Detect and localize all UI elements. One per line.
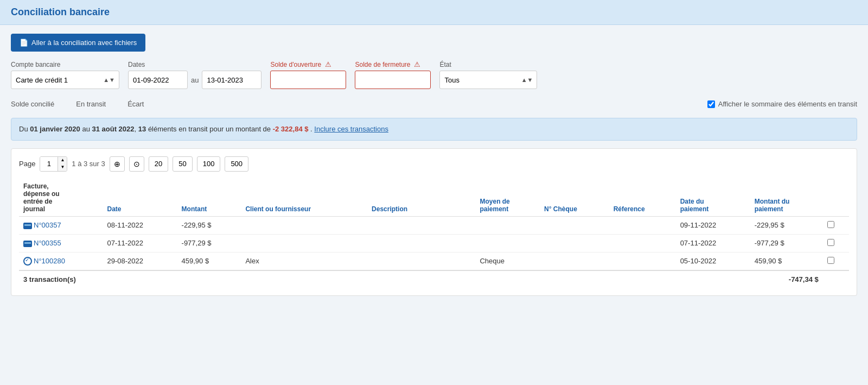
compte-select[interactable]: Carte de crédit 1 xyxy=(11,71,119,89)
next-page-button[interactable]: ⊙ xyxy=(129,156,144,172)
cell-client-0 xyxy=(241,216,367,234)
page-count: 1 à 3 sur 3 xyxy=(72,160,105,168)
total-amount: -747,34 $ xyxy=(750,270,823,288)
cell-client-1 xyxy=(241,234,367,252)
cell-reference-0 xyxy=(609,216,676,234)
cell-facture-0: N°00357 xyxy=(19,216,103,234)
cell-montant-1: -977,29 $ xyxy=(177,234,241,252)
date-to-input[interactable]: 13-01-2023 xyxy=(202,71,261,89)
page-number-input[interactable] xyxy=(40,157,58,171)
cell-checkbox-1[interactable] xyxy=(823,234,849,252)
cell-checkbox-0[interactable] xyxy=(823,216,849,234)
footer-checkbox-col xyxy=(823,270,849,288)
compte-select-wrapper: Carte de crédit 1 ▲▼ xyxy=(11,71,119,89)
cell-montant-paiement-0: -229,95 $ xyxy=(750,216,823,234)
cell-montant-0: -229,95 $ xyxy=(177,216,241,234)
cell-checkbox-2[interactable] xyxy=(823,252,849,270)
banner-count: 13 xyxy=(138,125,146,133)
solde-fermeture-group: Solde de fermeture ⚠ xyxy=(355,60,431,89)
file-icon: 📄 xyxy=(20,39,28,47)
date-from-input[interactable]: 01-09-2022 xyxy=(128,71,188,89)
cell-montant-paiement-1: -977,29 $ xyxy=(750,234,823,252)
table-row: N°0035507-11-2022-977,29 $07-11-2022-977… xyxy=(19,234,849,252)
cell-cheque-0 xyxy=(540,216,609,234)
etat-label: État xyxy=(439,61,537,68)
page-size-100[interactable]: 100 xyxy=(197,156,221,172)
transit-banner: Du 01 janvier 2020 au 31 août 2022, 13 é… xyxy=(11,118,857,141)
page-size-500[interactable]: 500 xyxy=(225,156,248,172)
etat-group: État Tous ▲▼ xyxy=(439,61,537,89)
cell-reference-2 xyxy=(609,252,676,270)
check-circle-icon xyxy=(23,257,32,266)
content-area: 📄 Aller à la conciliation avec fichiers … xyxy=(0,25,868,305)
compte-group: Compte bancaire Carte de crédit 1 ▲▼ xyxy=(11,61,119,89)
solde-fermeture-label: Solde de fermeture ⚠ xyxy=(355,60,431,68)
col-check xyxy=(823,179,849,217)
solde-ouverture-input[interactable] xyxy=(270,71,346,89)
cell-date-paiement-1: 07-11-2022 xyxy=(676,234,750,252)
cell-montant-paiement-2: 459,90 $ xyxy=(750,252,823,270)
en-transit-summary: En transit xyxy=(76,100,106,108)
banner-date-to: 31 août 2022 xyxy=(92,125,135,133)
inclure-transactions-link[interactable]: Inclure ces transactions xyxy=(314,125,388,133)
transactions-table: Facture, dépense ou entrée de journal Da… xyxy=(19,179,849,288)
cell-facture-1: N°00355 xyxy=(19,234,103,252)
cell-date-paiement-2: 05-10-2022 xyxy=(676,252,750,270)
facture-link-1[interactable]: N°00355 xyxy=(34,239,61,247)
col-date-paiement: Date du paiement xyxy=(676,179,750,217)
solde-ouverture-warning-icon: ⚠ xyxy=(325,60,331,68)
banner-text-au: au xyxy=(82,125,90,133)
facture-link-2[interactable]: N°100280 xyxy=(34,257,65,265)
solde-ouverture-label: Solde d'ouverture ⚠ xyxy=(270,60,346,68)
goto-conciliation-button[interactable]: 📄 Aller à la conciliation avec fichiers xyxy=(11,34,145,52)
cell-client-2: Alex xyxy=(241,252,367,270)
pagination-row: Page ▲ ▼ 1 à 3 sur 3 ⊕ ⊙ 20 50 100 500 xyxy=(19,156,849,172)
row-checkbox-0[interactable] xyxy=(827,221,834,228)
facture-link-0[interactable]: N°00357 xyxy=(34,221,61,229)
credit-card-icon xyxy=(23,223,32,229)
cell-montant-2: 459,90 $ xyxy=(177,252,241,270)
solde-fermeture-input[interactable] xyxy=(355,71,431,89)
page-size-50[interactable]: 50 xyxy=(173,156,192,172)
cell-cheque-1 xyxy=(540,234,609,252)
col-date: Date xyxy=(103,179,177,217)
table-footer-row: 3 transaction(s) -747,34 $ xyxy=(19,270,849,288)
afficher-summary: Afficher le sommaire des éléments en tra… xyxy=(707,100,857,108)
row-checkbox-2[interactable] xyxy=(827,257,834,264)
page-size-20[interactable]: 20 xyxy=(149,156,168,172)
credit-card-icon xyxy=(23,241,32,247)
page-down-button[interactable]: ▼ xyxy=(58,164,67,171)
page-label: Page xyxy=(19,160,35,168)
etat-select[interactable]: Tous xyxy=(439,71,537,89)
cell-moyen-1 xyxy=(475,234,540,252)
compte-label: Compte bancaire xyxy=(11,61,119,68)
solde-fermeture-warning-icon: ⚠ xyxy=(414,60,420,68)
solde-ouverture-group: Solde d'ouverture ⚠ xyxy=(270,60,346,89)
col-description: Description xyxy=(367,179,475,217)
dates-group: Dates 01-09-2022 au 13-01-2023 xyxy=(128,61,261,89)
col-montant: Montant xyxy=(177,179,241,217)
col-client: Client ou fournisseur xyxy=(241,179,367,217)
col-reference: Réference xyxy=(609,179,676,217)
date-separator: au xyxy=(191,76,199,84)
page-title: Conciliation bancaire xyxy=(11,7,857,18)
afficher-checkbox[interactable] xyxy=(707,100,715,108)
afficher-label: Afficher le sommaire des éléments en tra… xyxy=(718,100,857,108)
page-header: Conciliation bancaire xyxy=(0,0,868,25)
cell-facture-2: N°100280 xyxy=(19,252,103,270)
cell-description-2 xyxy=(367,252,475,270)
prev-page-button[interactable]: ⊕ xyxy=(110,156,125,172)
cell-description-1 xyxy=(367,234,475,252)
col-moyen: Moyen de paiement xyxy=(475,179,540,217)
row-checkbox-1[interactable] xyxy=(827,239,834,246)
page-up-button[interactable]: ▲ xyxy=(58,157,67,164)
table-container: Page ▲ ▼ 1 à 3 sur 3 ⊕ ⊙ 20 50 100 500 F… xyxy=(11,148,857,296)
filter-row: Compte bancaire Carte de crédit 1 ▲▼ Dat… xyxy=(11,60,857,89)
cell-moyen-2: Cheque xyxy=(475,252,540,270)
transactions-count: 3 transaction(s) xyxy=(19,270,750,288)
cell-cheque-2 xyxy=(540,252,609,270)
cell-date-2: 29-08-2022 xyxy=(103,252,177,270)
col-facture: Facture, dépense ou entrée de journal xyxy=(19,179,103,217)
dates-label: Dates xyxy=(128,61,261,68)
banner-text-elements: éléments en transit pour un montant de xyxy=(148,125,271,133)
